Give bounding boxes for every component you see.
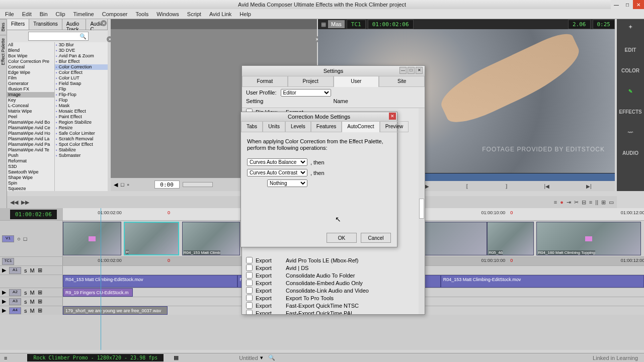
effect-item[interactable]: Color Effect (55, 70, 108, 75)
effect-item[interactable]: Submaster (55, 153, 108, 158)
effect-category[interactable]: Key (7, 98, 54, 103)
effect-category[interactable]: Film (7, 75, 54, 81)
tool-record-icon[interactable]: ● (560, 199, 564, 205)
cancel-button[interactable]: Cancel (361, 233, 391, 243)
menu-bin[interactable]: Bin (36, 10, 52, 18)
audio-clip[interactable]: R04_153 Matt Climbing-EditStock.mov (63, 275, 237, 288)
video-clip[interactable]: R05_46 (487, 222, 533, 255)
effect-category-list[interactable]: AllBlendBox WipeColor Correction PreConc… (7, 42, 55, 191)
effect-item[interactable]: Mask (55, 103, 108, 109)
tool-overwrite-icon[interactable]: ⇥ (567, 199, 571, 206)
track-a3-header[interactable]: ▶A3sM⊞ (0, 297, 63, 306)
cms-tab-tabs[interactable]: Tabs (241, 121, 263, 132)
tab-audio-track[interactable]: Audio Track (62, 19, 87, 30)
effect-category[interactable]: Blend (7, 48, 54, 53)
palette-close-icon[interactable]: ✕ (101, 20, 107, 26)
settings-maximize-icon[interactable]: □ (408, 67, 415, 74)
goto-in-icon[interactable]: |◀ (544, 184, 550, 189)
track-a1b-header[interactable] (0, 275, 63, 288)
effect-category[interactable]: PlasmaWipe Avid Te (7, 147, 54, 153)
effect-category[interactable]: Illusion FX (7, 86, 54, 92)
audio-clip[interactable]: R04_153 Matt Climbing-EditStock.mov (441, 275, 644, 288)
goto-out-icon[interactable]: ▶| (586, 184, 592, 189)
menu-timeline[interactable]: Timeline (69, 10, 98, 18)
settings-row[interactable]: ExportConsolidate Audio To Folder (242, 272, 419, 279)
settings-row[interactable]: ExportFast-Export QuickTime NTSC (242, 302, 419, 309)
effect-category[interactable]: L-Conceal (7, 103, 54, 109)
track-a2-header[interactable]: ▶A2sM⊞ (0, 288, 63, 297)
effect-item-list[interactable]: 3D Blur3D DVEAvid Pan & ZoomBlur EffectC… (55, 42, 108, 191)
effect-category[interactable]: PlasmaWipe Avid Ce (7, 125, 54, 131)
vtab-bins[interactable]: Bins (0, 19, 6, 35)
tool-cut-icon[interactable]: ✂ (574, 199, 579, 206)
status-icon[interactable]: ▦ (174, 354, 179, 361)
effect-category[interactable]: PlasmaWipe Avid Bo (7, 120, 54, 125)
settings-close-icon[interactable]: ✕ (416, 67, 423, 74)
workspace-audio[interactable]: AUDIO (622, 150, 638, 156)
track-a1-header[interactable]: ▶A1sM⊞ (0, 266, 63, 275)
source-mark2-icon[interactable]: ▫ (127, 182, 129, 188)
effect-item[interactable]: Spot Color Effect (55, 142, 108, 147)
effect-item[interactable]: Resize (55, 125, 108, 131)
audio-clip[interactable]: R9_19 Fingers CU-EditStock.m (63, 288, 133, 297)
effect-category[interactable]: Spin (7, 180, 54, 186)
menu-avidlink[interactable]: Avid Link (205, 10, 235, 18)
effect-item[interactable]: Stabilize (55, 147, 108, 153)
settings-titlebar[interactable]: Settings — □ ✕ (242, 66, 425, 76)
ok-button[interactable]: OK (327, 233, 357, 243)
effect-item[interactable]: Region Stabilize (55, 120, 108, 125)
effect-item[interactable]: Flip-Flop (55, 92, 108, 98)
effect-item[interactable]: Field Swap (55, 81, 108, 86)
menu-edit[interactable]: Edit (18, 10, 36, 18)
source-slider[interactable] (183, 182, 213, 187)
settings-tab-format[interactable]: Format (242, 76, 288, 87)
effect-item[interactable]: Color Correction (55, 64, 108, 70)
effect-item[interactable]: 3D DVE (55, 48, 108, 53)
cms-titlebar[interactable]: Correction Mode Settings ✕ (241, 112, 397, 121)
track-a4-header[interactable]: ▶A4sM⊞ (0, 306, 63, 315)
effect-category[interactable]: Squeeze (7, 186, 54, 191)
cms-close-icon[interactable]: ✕ (389, 113, 396, 120)
scrollbar-thumb[interactable] (419, 199, 424, 219)
source-mark-icon[interactable]: □ (121, 182, 124, 188)
menu-clip[interactable]: Clip (52, 10, 69, 18)
cms-tab-autocorrect[interactable]: AutoCorrect (342, 121, 379, 132)
hamburger-icon[interactable]: ≡ (4, 355, 7, 361)
user-profile-select[interactable]: Editor (281, 89, 331, 97)
tool-fwd-icon[interactable]: ▶▶ (21, 199, 29, 206)
window-icon[interactable]: ▦ (321, 21, 326, 28)
settings-row[interactable]: ExportFast-Export QuickTime PAL (242, 309, 419, 314)
effect-category[interactable]: All (7, 42, 54, 48)
maximize-button[interactable]: □ (622, 0, 633, 9)
effect-category[interactable]: PlasmaWipe Avid La (7, 136, 54, 142)
effect-category[interactable]: S3D (7, 164, 54, 169)
menu-file[interactable]: File (1, 10, 18, 18)
effect-category[interactable]: Peel (7, 114, 54, 120)
effect-category[interactable]: Edge Wipe (7, 70, 54, 75)
mark-in-icon[interactable]: ⟦ (466, 184, 468, 189)
settings-scrollbar[interactable] (419, 108, 425, 314)
settings-row[interactable]: ExportAvid Pro Tools LE (Mbox-Ref) (242, 256, 419, 264)
close-button[interactable]: ✕ (633, 0, 644, 9)
minimize-button[interactable]: — (611, 0, 622, 9)
workspace-edit[interactable]: EDIT (625, 47, 636, 53)
pencil-icon[interactable]: ✎ (628, 88, 632, 94)
workspace-effects[interactable]: EFFECTS (619, 109, 642, 115)
effect-category[interactable]: Image (7, 92, 54, 98)
workspace-color[interactable]: COLOR (621, 68, 639, 73)
tool-extract-icon[interactable]: ≡ (589, 199, 592, 205)
effect-category[interactable]: PlasmaWipe Avid Pa (7, 142, 54, 147)
crosshair-icon[interactable]: ✦ (626, 24, 634, 32)
menu-tools[interactable]: Tools (131, 10, 152, 18)
effect-category[interactable]: Box Wipe (7, 53, 54, 59)
menu-windows[interactable]: Windows (152, 10, 183, 18)
cms-step1-select[interactable]: Curves Auto Balance (247, 158, 307, 166)
untitled-label[interactable]: Untitled (239, 355, 258, 361)
tab-filters[interactable]: Filters (7, 19, 29, 30)
menu-script[interactable]: Script (183, 10, 205, 18)
effect-item[interactable]: Scratch Removal (55, 136, 108, 142)
settings-row[interactable]: ExportExport To Pro Tools (242, 294, 419, 302)
effect-item[interactable]: Color LUT (55, 75, 108, 81)
effect-item[interactable]: Mosaic Effect (55, 109, 108, 114)
timeline-playhead[interactable] (101, 208, 101, 350)
